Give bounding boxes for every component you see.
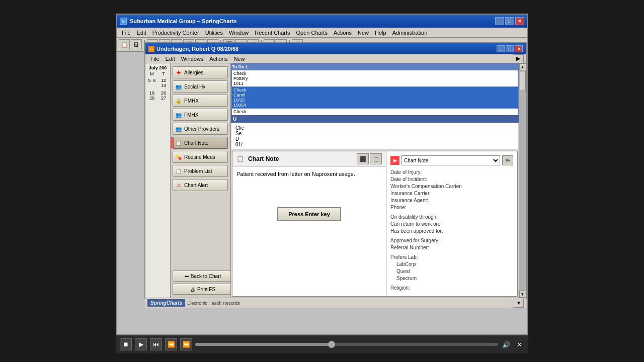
field-insurance-carrier: Insurance Carrier: [390,191,513,196]
video-progress-thumb[interactable] [328,341,335,348]
cal-week-2: 12 13 [158,77,169,89]
inner-menu-actions[interactable]: Actions [206,55,230,63]
menu-recent[interactable]: Recent Charts [252,29,293,37]
todo-item-1[interactable]: CheckCarnil10/1510054 [232,87,518,108]
video-container: S Suburban Medical Group – SpringCharts … [0,0,644,362]
inner-menu-file[interactable]: File [147,55,163,63]
header-btn-expand[interactable]: ⬚ [370,153,382,164]
print-fs-button[interactable]: 🖨 Print FS [173,284,231,295]
field-date-injury: Date of Injury: [390,169,513,175]
menu-utilities[interactable]: Utilities [202,29,226,37]
sidebar-btn-allergies[interactable]: ✚ Allergies [173,66,228,78]
inner-restore-button[interactable]: □ [506,45,514,52]
status-scroll-button[interactable]: ▼ [514,299,524,308]
sidebar-label-problem-list: Problem List [184,168,212,174]
inner-titlebar: S Underhagen, Robert Q 08/20/68 _ □ ✕ [145,43,526,54]
toolbar-btn-2[interactable]: 🗓 [131,39,142,50]
back-to-chart-label: Back to Chart [191,274,221,279]
todo-item-0[interactable]: CheckPottery1011 [232,70,518,86]
menu-admin[interactable]: Administration [389,29,431,37]
inner-app-icon: S [148,46,154,52]
field-date-incident: Date of Incident: [390,176,513,182]
header-btn-columns[interactable]: ⬛ [357,153,369,164]
video-stop-button[interactable]: ⏹ [120,338,132,350]
sidebar-btn-social-hx[interactable]: 👥 Social Hx [173,80,228,93]
scroll-down-button[interactable]: ▼ [519,291,526,298]
chart-note-body: Patient received from letter on Naproxen… [232,167,386,255]
inner-menu-new[interactable]: New [230,55,248,63]
inner-minimize-button[interactable]: _ [497,45,505,52]
sidebar-btn-other-providers[interactable]: 👥 Other Providers [173,123,228,135]
field-referral: Referral Number: [390,245,513,250]
header-buttons: ⬛ ⬚ [357,153,382,164]
content-area: To Do L CheckPottery1011 CheckCarnil10/1… [231,63,519,298]
sidebar-btn-fmhx[interactable]: 👥 FMHX [173,109,228,121]
print-fs-label: Print FS [197,287,215,292]
field-disability: On disability through: [390,214,513,220]
video-rewind-button[interactable]: ⏮ [150,338,162,350]
main-menu-bar: File Edit Productivity Center Utilities … [117,28,527,38]
restore-button[interactable]: □ [505,17,514,25]
sidebar-btn-chart-alert[interactable]: ⚠ Chart Alert [173,179,228,191]
label-religion: Religion: [390,285,410,291]
back-to-chart-icon: ⬅ [185,274,189,279]
video-play-button[interactable]: ▶ [135,338,147,350]
video-step-forward-button[interactable]: ⏩ [180,338,192,350]
cal-day-2[interactable]: T [158,71,169,76]
chart-note-right: ▶ Chart Note ✏ Date of Injury: Date of [386,151,517,296]
sidebar: ✚ Allergies 👥 Social Hx 🔒 PMHX 👥 FMHX [171,63,231,298]
video-step-back-button[interactable]: ⏪ [165,338,177,350]
video-progress-bar[interactable] [195,343,498,346]
cal-week-3: 19 20 [146,89,157,102]
field-return-work: Can return to work on: [390,221,513,227]
inner-menu-edit[interactable]: Edit [163,55,178,63]
video-close-button[interactable]: ✕ [514,339,524,349]
menu-help[interactable]: Help [372,29,389,37]
edit-button[interactable]: ✏ [502,155,513,165]
scroll-thumb[interactable] [520,71,526,91]
sidebar-btn-pmhx[interactable]: 🔒 PMHX [173,95,228,107]
todo-label: To Do L [232,64,518,69]
scroll-up-button[interactable]: ▲ [519,63,526,70]
right-panel-icon: ▶ [390,156,399,165]
sidebar-btn-problem-list[interactable]: 📋 Problem List [173,165,228,177]
scroll-track [519,70,526,291]
inner-title: Underhagen, Robert Q 08/20/68 [156,46,238,52]
inner-close-button[interactable]: ✕ [515,45,523,52]
menu-new[interactable]: New [355,29,372,37]
chart-note-dropdown[interactable]: Chart Note [401,155,500,165]
u-label: U [231,115,519,123]
sidebar-btn-chart-note[interactable]: 📋 Chart Note [173,137,228,149]
inner-menu-windows[interactable]: Windows [178,55,207,63]
menu-open[interactable]: Open Charts [293,29,331,37]
menu-actions[interactable]: Actions [331,29,355,37]
label-date-incident: Date of Incident: [390,176,427,182]
sidebar-label-chart-alert: Chart Alert [184,183,208,188]
inner-play-button[interactable]: ▶ [513,54,524,63]
label-referral: Referral Number: [390,245,429,250]
chart-alert-icon: ⚠ [175,182,182,189]
label-labcorp: LabCorp [396,261,416,267]
minimize-button[interactable]: _ [495,17,504,25]
sidebar-btn-routine-meds[interactable]: 💊 Routine Meds [173,151,228,163]
inner-window: S Underhagen, Robert Q 08/20/68 _ □ ✕ Fi… [144,42,527,299]
toolbar-btn-1[interactable]: 📋 [119,39,130,50]
cal-day-1[interactable]: M [146,71,157,76]
back-to-chart-button[interactable]: ⬅ Back to Chart [173,270,231,282]
close-button[interactable]: ✕ [515,17,524,25]
press-enter-button[interactable]: Press Enter key [277,207,341,221]
todo-panel: To Do L CheckPottery1011 CheckCarnil10/1… [231,63,519,115]
cal-week-1: 5 6 [146,77,157,89]
label-insurance-agent: Insurance Agent: [390,198,428,203]
right-panel-header: ▶ Chart Note ✏ [390,155,513,165]
menu-edit[interactable]: Edit [134,29,149,37]
print-icon: 🖨 [190,287,195,292]
volume-button[interactable]: 🔊 [501,339,511,349]
main-titlebar: S Suburban Medical Group – SpringCharts … [117,15,527,28]
todo-item-2[interactable]: CheckNess,02/0410054 [232,109,518,115]
field-approved-for: Has been approved for: [390,228,513,234]
menu-productivity[interactable]: Productivity Center [149,29,202,37]
menu-window[interactable]: Window [226,29,252,37]
menu-file[interactable]: File [119,29,134,37]
label-date-injury: Date of Injury: [390,169,422,175]
